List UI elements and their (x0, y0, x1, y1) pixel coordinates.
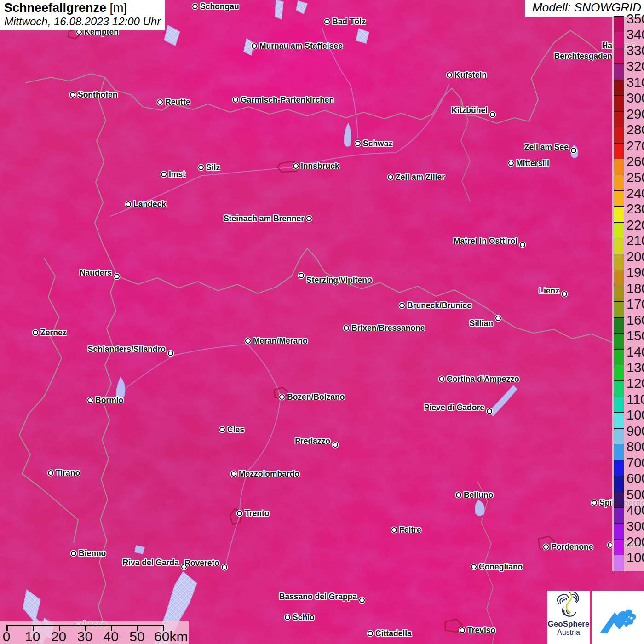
city-dot (439, 376, 444, 382)
legend-swatch (614, 460, 624, 476)
legend-swatch (614, 365, 624, 381)
city-label: Schlanders/Silandro (88, 345, 166, 354)
city-dot (471, 564, 477, 569)
legend-value: 400 (627, 503, 644, 518)
city-label: Reutte (165, 98, 190, 107)
city-dot (368, 631, 373, 636)
legend-row: 100 (612, 555, 644, 571)
legend-value: 800 (627, 439, 644, 454)
city-label: Mittersill (516, 159, 549, 168)
city-label: Trento (245, 509, 269, 518)
city-label: Conegliano (479, 562, 523, 572)
city-dot (324, 19, 330, 24)
city-label: Bassano del Grappa (279, 592, 357, 602)
scalebar: 0102030405060km (0, 621, 189, 644)
legend-swatch (614, 555, 624, 571)
city-label: Schwaz (363, 139, 392, 149)
city-dot (157, 99, 163, 105)
partner-logo-box (592, 591, 644, 644)
city-label: Bozen/Bolzano (287, 392, 345, 402)
city-dot (359, 598, 365, 603)
legend-swatch (614, 238, 624, 254)
city-dot (487, 408, 492, 414)
city-label: Imst (169, 170, 185, 179)
city-dot (592, 500, 597, 506)
city-dot (198, 165, 204, 170)
legend-swatch (614, 476, 624, 492)
legend-value: 2800 (627, 122, 644, 137)
legend-swatch (614, 190, 624, 207)
city-dot (355, 141, 361, 146)
legend-swatch (614, 95, 624, 111)
city-dot (391, 527, 397, 533)
city-label: Belluno (464, 490, 493, 500)
legend-value: 1100 (627, 392, 644, 407)
legend-value: 3300 (627, 43, 644, 58)
city-label: Murnau am Staffelsee (259, 41, 343, 51)
city-dot (460, 627, 465, 633)
legend-swatch (614, 80, 624, 96)
city-label: Lienz (539, 286, 559, 296)
city-dot (388, 174, 393, 180)
city-label: Zell am See (524, 143, 569, 152)
city-label: Silz (206, 163, 220, 172)
legend-swatch (614, 63, 624, 80)
city-dot (233, 97, 238, 103)
city-label: Nauders (80, 268, 112, 278)
geosphere-name: GeoSphere (547, 620, 590, 628)
legend-value: 3400 (627, 27, 644, 42)
map-subtitle: Mittwoch, 16.08.2023 12:00 Uhr (4, 15, 161, 28)
legend-swatch (614, 127, 624, 143)
city-dot (48, 470, 53, 476)
legend-value: 1600 (627, 313, 644, 328)
city-dot (252, 43, 257, 49)
city-dot (520, 242, 525, 247)
city-label: Brixen/Bressanone (351, 323, 425, 333)
legend-value: 900 (627, 424, 644, 438)
legend-swatch (614, 111, 624, 127)
legend-swatch (614, 222, 624, 238)
legend-swatch (614, 507, 624, 523)
city-dot (299, 273, 304, 278)
city-dot (168, 351, 173, 356)
legend-value: 2200 (627, 218, 644, 232)
legend-value: 2400 (627, 186, 644, 201)
city-label: Matrei in Osttirol (454, 236, 518, 246)
city-dot (562, 291, 567, 297)
city-dot (306, 216, 312, 221)
city-label: Sterzing/Vipiteno (306, 276, 372, 285)
legend-value: 1000 (627, 408, 644, 422)
city-dot (231, 471, 236, 477)
weather-map: SchongauBad TölzKemptenHalleinMurnau am … (0, 0, 644, 644)
city-label: Garmisch-Partenkirchen (241, 95, 334, 105)
legend-value: 1500 (627, 328, 644, 343)
city-label: Predazzo (295, 437, 330, 446)
city-dot (126, 201, 131, 207)
city-dot (399, 303, 405, 308)
city-dot (87, 397, 93, 403)
legend-value: 2100 (627, 233, 644, 248)
geosphere-country: Austria (547, 628, 590, 637)
city-label: Sillian (469, 319, 493, 328)
city-dot (344, 325, 349, 331)
legend-rows: 3500340033003200310030002900280027002600… (612, 17, 644, 571)
city-label: Cittadella (375, 629, 412, 638)
legend-swatch (614, 254, 624, 270)
city-label: Cles (227, 425, 244, 435)
legend-value: 200 (627, 535, 644, 549)
legend-value: 1800 (627, 281, 644, 296)
city-dot (219, 427, 225, 432)
city-dot (237, 511, 242, 516)
city-dot (71, 551, 76, 556)
city-dot (571, 148, 576, 153)
city-label: Pordenone (551, 542, 593, 552)
city-dot (192, 4, 198, 9)
legend-swatch (614, 159, 624, 175)
legend-value: 1400 (627, 345, 644, 359)
legend-swatch (614, 206, 624, 222)
city-label: Mezzolombardo (239, 469, 299, 479)
city-label: Steinach am Brenner (224, 214, 304, 224)
city-dot (114, 274, 120, 279)
legend-value: 600 (627, 471, 644, 486)
legend-value: 1300 (627, 360, 644, 375)
